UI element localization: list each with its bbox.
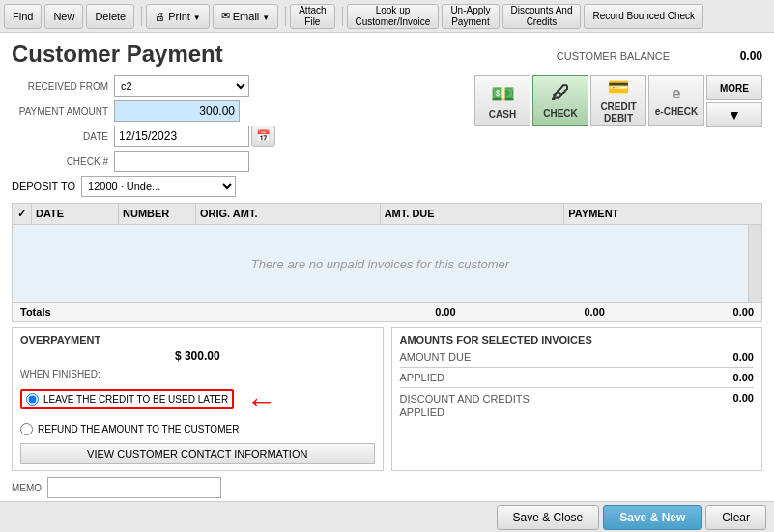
- balance-label: CUSTOMER BALANCE: [557, 50, 670, 62]
- option2-row: REFUND THE AMOUNT TO THE CUSTOMER: [20, 423, 375, 435]
- deposit-row: DEPOSIT TO 12000 · Unde...: [12, 176, 459, 197]
- check-row: CHECK #: [12, 151, 459, 172]
- applied-label: APPLIED: [400, 372, 444, 383]
- save-close-button[interactable]: Save & Close: [497, 505, 600, 530]
- memo-label: MEMO: [12, 483, 42, 493]
- check-input[interactable]: [114, 151, 249, 172]
- table-footer: Totals 0.00 0.00 0.00: [13, 302, 761, 321]
- delete-button[interactable]: Delete: [86, 4, 134, 29]
- table-scrollbar[interactable]: [748, 225, 761, 302]
- print-button[interactable]: Print: [146, 4, 210, 29]
- th-orig: ORIG. AMT.: [196, 204, 381, 224]
- more-down-icon: ▼: [728, 107, 741, 123]
- applied-value: 0.00: [733, 372, 754, 383]
- applied-row: APPLIED 0.00: [400, 372, 755, 383]
- amount-due-label: AMOUNT DUE: [400, 351, 472, 363]
- balance-value: 0.00: [704, 49, 762, 63]
- deposit-to-select[interactable]: 12000 · Unde...: [81, 176, 236, 197]
- toolbar-sep-1: [141, 7, 142, 26]
- memo-row: MEMO: [12, 477, 762, 498]
- th-number: NUMBER: [119, 204, 196, 224]
- check-button[interactable]: 🖊 CHECK: [532, 75, 588, 126]
- credit-icon: 💳: [608, 76, 629, 98]
- echeck-button[interactable]: e e-CHECK: [648, 75, 704, 126]
- option1-label: LEAVE THE CREDIT TO BE USED LATER: [43, 394, 228, 405]
- calendar-icon: [256, 129, 271, 143]
- amounts-box: AMOUNTS FOR SELECTED INVOICES AMOUNT DUE…: [391, 327, 763, 471]
- more-dropdown-button[interactable]: ▼: [706, 102, 762, 127]
- overpayment-title: OVERPAYMENT: [20, 334, 375, 346]
- payment-btns-row: 💵 CASH 🖊 CHECK 💳 CREDITDEBIT e: [474, 75, 762, 127]
- form-area: RECEIVED FROM c2 PAYMENT AMOUNT DATE: [12, 75, 762, 197]
- echeck-icon: e: [673, 85, 681, 102]
- new-button[interactable]: New: [44, 4, 83, 29]
- table-empty-message: There are no unpaid invoices for this cu…: [13, 225, 748, 302]
- option1-container: LEAVE THE CREDIT TO BE USED LATER: [20, 389, 234, 409]
- check-pay-icon: 🖊: [551, 82, 570, 104]
- discount-label: DISCOUNT AND CREDITSAPPLIED: [400, 392, 530, 420]
- clear-button[interactable]: Clear: [705, 505, 766, 530]
- more-section: MORE ▼: [706, 75, 762, 127]
- discounts-button[interactable]: Discounts AndCredits: [502, 4, 582, 29]
- total-due: 0.00: [460, 306, 609, 318]
- cash-icon: 💵: [491, 82, 515, 105]
- page-title: Customer Payment: [12, 41, 223, 68]
- option1-row: LEAVE THE CREDIT TO BE USED LATER ←: [20, 383, 375, 419]
- amount-due-row: AMOUNT DUE 0.00: [400, 351, 755, 363]
- when-finished-label: WHEN FINISHED:: [20, 369, 375, 379]
- calendar-button[interactable]: [251, 126, 275, 147]
- amounts-title: AMOUNTS FOR SELECTED INVOICES: [400, 334, 755, 346]
- unapply-button[interactable]: Un-ApplyPayment: [442, 4, 499, 29]
- invoices-table: ✓ DATE NUMBER ORIG. AMT. AMT. DUE PAYMEN…: [12, 203, 762, 322]
- payment-amount-row: PAYMENT AMOUNT: [12, 100, 459, 122]
- title-row: Customer Payment CUSTOMER BALANCE 0.00: [12, 41, 762, 71]
- lookup-button[interactable]: Look upCustomer/Invoice: [347, 4, 440, 29]
- main-content: Customer Payment CUSTOMER BALANCE 0.00 R…: [0, 33, 774, 506]
- email-icon: [221, 10, 230, 22]
- payment-amount-input[interactable]: [114, 100, 240, 122]
- form-left: RECEIVED FROM c2 PAYMENT AMOUNT DATE: [12, 75, 459, 197]
- view-contact-button[interactable]: VIEW CUSTOMER CONTACT INFORMATION: [20, 443, 375, 464]
- more-button[interactable]: MORE: [706, 75, 762, 100]
- print-icon: [155, 11, 165, 22]
- option2-radio[interactable]: [20, 423, 33, 435]
- th-check: ✓: [13, 204, 32, 224]
- option2-label: REFUND THE AMOUNT TO THE CUSTOMER: [38, 424, 239, 434]
- discount-value: 0.00: [733, 392, 754, 420]
- balance-section: CUSTOMER BALANCE 0.00: [557, 49, 762, 63]
- overpayment-amount: $ 300.00: [20, 350, 375, 363]
- table-header: ✓ DATE NUMBER ORIG. AMT. AMT. DUE PAYMEN…: [13, 204, 761, 225]
- received-from-select[interactable]: c2: [114, 75, 249, 97]
- date-label: DATE: [12, 131, 108, 142]
- red-arrow-icon: ←: [245, 383, 276, 419]
- find-button[interactable]: Find: [4, 4, 42, 29]
- payment-amount-label: PAYMENT AMOUNT: [12, 106, 108, 117]
- cash-button[interactable]: 💵 CASH: [474, 75, 530, 126]
- arrow-container: ←: [234, 383, 276, 419]
- toolbar: Find New Delete Print Email AttachFile L…: [0, 0, 774, 33]
- th-date: DATE: [32, 204, 119, 224]
- th-payment: PAYMENT: [564, 204, 748, 224]
- attach-file-button[interactable]: AttachFile: [290, 4, 334, 29]
- table-body-row: There are no unpaid invoices for this cu…: [13, 225, 761, 302]
- email-button[interactable]: Email: [213, 4, 278, 29]
- print-dropdown-icon: [193, 11, 201, 22]
- email-dropdown-icon: [262, 11, 270, 22]
- save-new-button[interactable]: Save & New: [603, 505, 702, 530]
- main-wrapper: Customer Payment CUSTOMER BALANCE 0.00 R…: [0, 33, 774, 532]
- amount-due-value: 0.00: [733, 351, 754, 363]
- footer: Save & Close Save & New Clear: [0, 501, 774, 532]
- memo-input[interactable]: [47, 477, 221, 498]
- toolbar-sep-2: [285, 7, 286, 26]
- credit-debit-button[interactable]: 💳 CREDITDEBIT: [590, 75, 646, 126]
- app-container: Find New Delete Print Email AttachFile L…: [0, 0, 774, 532]
- date-input[interactable]: [114, 126, 249, 147]
- received-from-row: RECEIVED FROM c2: [12, 75, 459, 97]
- record-bounced-button[interactable]: Record Bounced Check: [584, 4, 703, 29]
- option1-radio[interactable]: [26, 393, 39, 406]
- bottom-section: OVERPAYMENT $ 300.00 WHEN FINISHED: LEAV…: [12, 327, 762, 471]
- check-label: CHECK #: [12, 156, 108, 167]
- th-scroll: [748, 204, 761, 224]
- payment-methods: 💵 CASH 🖊 CHECK 💳 CREDITDEBIT e: [474, 75, 762, 197]
- deposit-to-label: DEPOSIT TO: [12, 181, 75, 192]
